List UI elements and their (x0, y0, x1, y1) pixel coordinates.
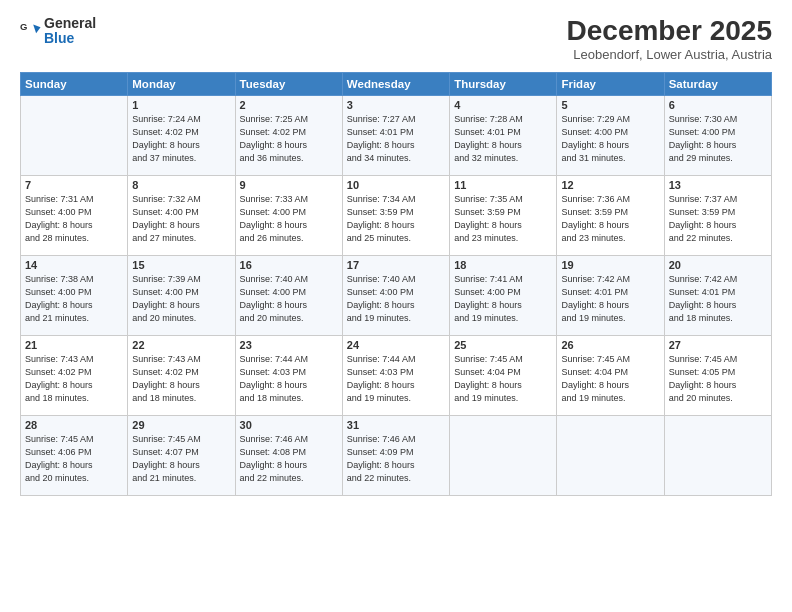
header-cell-monday: Monday (128, 72, 235, 95)
day-info: Sunrise: 7:44 AMSunset: 4:03 PMDaylight:… (240, 353, 338, 405)
day-cell: 1Sunrise: 7:24 AMSunset: 4:02 PMDaylight… (128, 95, 235, 175)
day-number: 18 (454, 259, 552, 271)
day-info: Sunrise: 7:35 AMSunset: 3:59 PMDaylight:… (454, 193, 552, 245)
title-block: December 2025 Leobendorf, Lower Austria,… (567, 16, 772, 62)
day-number: 7 (25, 179, 123, 191)
day-info: Sunrise: 7:45 AMSunset: 4:04 PMDaylight:… (561, 353, 659, 405)
day-cell: 13Sunrise: 7:37 AMSunset: 3:59 PMDayligh… (664, 175, 771, 255)
day-number: 3 (347, 99, 445, 111)
header-cell-tuesday: Tuesday (235, 72, 342, 95)
header-cell-thursday: Thursday (450, 72, 557, 95)
day-number: 11 (454, 179, 552, 191)
day-cell (450, 415, 557, 495)
day-cell: 22Sunrise: 7:43 AMSunset: 4:02 PMDayligh… (128, 335, 235, 415)
day-number: 31 (347, 419, 445, 431)
day-info: Sunrise: 7:33 AMSunset: 4:00 PMDaylight:… (240, 193, 338, 245)
logo-icon: G (20, 20, 42, 42)
page: G General Blue December 2025 Leobendorf,… (0, 0, 792, 612)
day-number: 25 (454, 339, 552, 351)
day-cell: 6Sunrise: 7:30 AMSunset: 4:00 PMDaylight… (664, 95, 771, 175)
day-cell: 31Sunrise: 7:46 AMSunset: 4:09 PMDayligh… (342, 415, 449, 495)
day-number: 26 (561, 339, 659, 351)
day-info: Sunrise: 7:37 AMSunset: 3:59 PMDaylight:… (669, 193, 767, 245)
day-info: Sunrise: 7:45 AMSunset: 4:04 PMDaylight:… (454, 353, 552, 405)
header: G General Blue December 2025 Leobendorf,… (20, 16, 772, 62)
day-cell: 12Sunrise: 7:36 AMSunset: 3:59 PMDayligh… (557, 175, 664, 255)
day-info: Sunrise: 7:43 AMSunset: 4:02 PMDaylight:… (132, 353, 230, 405)
day-info: Sunrise: 7:30 AMSunset: 4:00 PMDaylight:… (669, 113, 767, 165)
day-number: 23 (240, 339, 338, 351)
location-title: Leobendorf, Lower Austria, Austria (567, 47, 772, 62)
day-cell: 30Sunrise: 7:46 AMSunset: 4:08 PMDayligh… (235, 415, 342, 495)
day-number: 6 (669, 99, 767, 111)
day-info: Sunrise: 7:45 AMSunset: 4:05 PMDaylight:… (669, 353, 767, 405)
header-cell-wednesday: Wednesday (342, 72, 449, 95)
day-cell: 10Sunrise: 7:34 AMSunset: 3:59 PMDayligh… (342, 175, 449, 255)
day-cell: 26Sunrise: 7:45 AMSunset: 4:04 PMDayligh… (557, 335, 664, 415)
day-info: Sunrise: 7:27 AMSunset: 4:01 PMDaylight:… (347, 113, 445, 165)
day-info: Sunrise: 7:24 AMSunset: 4:02 PMDaylight:… (132, 113, 230, 165)
month-title: December 2025 (567, 16, 772, 47)
day-number: 28 (25, 419, 123, 431)
day-number: 2 (240, 99, 338, 111)
day-info: Sunrise: 7:43 AMSunset: 4:02 PMDaylight:… (25, 353, 123, 405)
day-info: Sunrise: 7:29 AMSunset: 4:00 PMDaylight:… (561, 113, 659, 165)
day-info: Sunrise: 7:40 AMSunset: 4:00 PMDaylight:… (240, 273, 338, 325)
day-cell: 24Sunrise: 7:44 AMSunset: 4:03 PMDayligh… (342, 335, 449, 415)
day-cell (557, 415, 664, 495)
day-info: Sunrise: 7:44 AMSunset: 4:03 PMDaylight:… (347, 353, 445, 405)
logo: G General Blue (20, 16, 96, 47)
day-number: 29 (132, 419, 230, 431)
day-cell: 9Sunrise: 7:33 AMSunset: 4:00 PMDaylight… (235, 175, 342, 255)
day-cell: 25Sunrise: 7:45 AMSunset: 4:04 PMDayligh… (450, 335, 557, 415)
day-number: 30 (240, 419, 338, 431)
day-cell: 17Sunrise: 7:40 AMSunset: 4:00 PMDayligh… (342, 255, 449, 335)
header-row: SundayMondayTuesdayWednesdayThursdayFrid… (21, 72, 772, 95)
day-number: 1 (132, 99, 230, 111)
day-cell: 14Sunrise: 7:38 AMSunset: 4:00 PMDayligh… (21, 255, 128, 335)
day-info: Sunrise: 7:45 AMSunset: 4:06 PMDaylight:… (25, 433, 123, 485)
day-info: Sunrise: 7:45 AMSunset: 4:07 PMDaylight:… (132, 433, 230, 485)
day-info: Sunrise: 7:39 AMSunset: 4:00 PMDaylight:… (132, 273, 230, 325)
day-cell (664, 415, 771, 495)
day-cell (21, 95, 128, 175)
day-cell: 18Sunrise: 7:41 AMSunset: 4:00 PMDayligh… (450, 255, 557, 335)
day-number: 13 (669, 179, 767, 191)
day-cell: 21Sunrise: 7:43 AMSunset: 4:02 PMDayligh… (21, 335, 128, 415)
day-cell: 7Sunrise: 7:31 AMSunset: 4:00 PMDaylight… (21, 175, 128, 255)
day-info: Sunrise: 7:36 AMSunset: 3:59 PMDaylight:… (561, 193, 659, 245)
day-cell: 11Sunrise: 7:35 AMSunset: 3:59 PMDayligh… (450, 175, 557, 255)
week-row-2: 7Sunrise: 7:31 AMSunset: 4:00 PMDaylight… (21, 175, 772, 255)
week-row-4: 21Sunrise: 7:43 AMSunset: 4:02 PMDayligh… (21, 335, 772, 415)
day-info: Sunrise: 7:28 AMSunset: 4:01 PMDaylight:… (454, 113, 552, 165)
day-number: 8 (132, 179, 230, 191)
day-number: 24 (347, 339, 445, 351)
calendar-table: SundayMondayTuesdayWednesdayThursdayFrid… (20, 72, 772, 496)
day-info: Sunrise: 7:41 AMSunset: 4:00 PMDaylight:… (454, 273, 552, 325)
day-cell: 20Sunrise: 7:42 AMSunset: 4:01 PMDayligh… (664, 255, 771, 335)
svg-marker-1 (33, 25, 40, 34)
day-info: Sunrise: 7:34 AMSunset: 3:59 PMDaylight:… (347, 193, 445, 245)
header-cell-saturday: Saturday (664, 72, 771, 95)
day-number: 27 (669, 339, 767, 351)
day-number: 14 (25, 259, 123, 271)
day-cell: 16Sunrise: 7:40 AMSunset: 4:00 PMDayligh… (235, 255, 342, 335)
day-cell: 15Sunrise: 7:39 AMSunset: 4:00 PMDayligh… (128, 255, 235, 335)
day-number: 9 (240, 179, 338, 191)
day-number: 4 (454, 99, 552, 111)
day-info: Sunrise: 7:46 AMSunset: 4:09 PMDaylight:… (347, 433, 445, 485)
day-cell: 2Sunrise: 7:25 AMSunset: 4:02 PMDaylight… (235, 95, 342, 175)
day-info: Sunrise: 7:42 AMSunset: 4:01 PMDaylight:… (669, 273, 767, 325)
day-cell: 3Sunrise: 7:27 AMSunset: 4:01 PMDaylight… (342, 95, 449, 175)
day-number: 15 (132, 259, 230, 271)
day-cell: 28Sunrise: 7:45 AMSunset: 4:06 PMDayligh… (21, 415, 128, 495)
day-cell: 19Sunrise: 7:42 AMSunset: 4:01 PMDayligh… (557, 255, 664, 335)
day-cell: 23Sunrise: 7:44 AMSunset: 4:03 PMDayligh… (235, 335, 342, 415)
header-cell-sunday: Sunday (21, 72, 128, 95)
day-number: 16 (240, 259, 338, 271)
svg-text:G: G (20, 22, 27, 33)
week-row-3: 14Sunrise: 7:38 AMSunset: 4:00 PMDayligh… (21, 255, 772, 335)
day-cell: 5Sunrise: 7:29 AMSunset: 4:00 PMDaylight… (557, 95, 664, 175)
logo-text: General Blue (44, 16, 96, 47)
day-cell: 29Sunrise: 7:45 AMSunset: 4:07 PMDayligh… (128, 415, 235, 495)
